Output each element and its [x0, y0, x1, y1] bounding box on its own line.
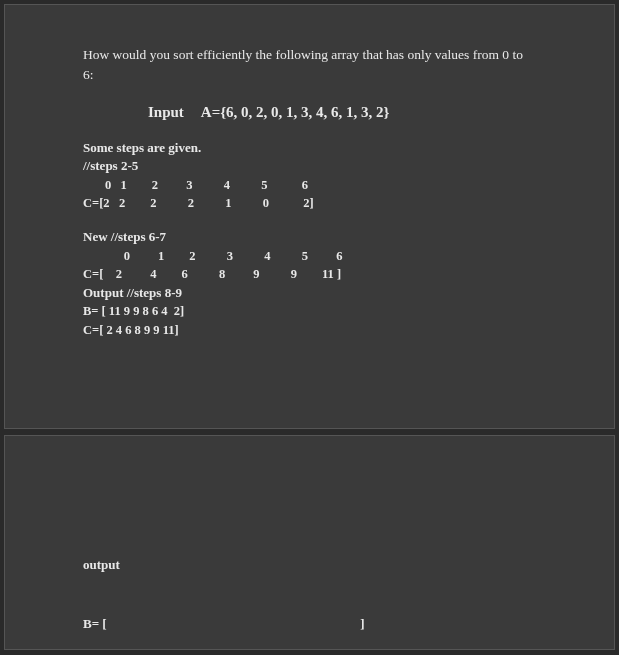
output-label-1: output [83, 555, 536, 575]
steps-6-7-label: New //steps 6-7 [83, 228, 536, 247]
problem-panel: How would you sort efficiently the follo… [4, 4, 615, 429]
c-row-1: C=[2 2 2 2 1 0 2] [83, 194, 536, 212]
b-empty-row: B= [ ] [83, 614, 536, 634]
answer-block: output B= [ ] C=[ | ] outp [83, 516, 536, 655]
c-row-2: C=[ 2 4 6 8 9 9 11 ] [83, 265, 536, 283]
index-row-2: 0 1 2 3 4 5 6 [83, 247, 536, 265]
index-row-1: 0 1 2 3 4 5 6 [83, 176, 536, 194]
b-row: B= [ 11 9 9 8 6 4 2] [83, 302, 536, 320]
input-line: Input A={6, 0, 2, 0, 1, 3, 4, 6, 1, 3, 2… [148, 104, 536, 121]
answer-panel: output B= [ ] C=[ | ] outp [4, 435, 615, 650]
intro-text: How would you sort efficiently the follo… [83, 45, 536, 86]
steps-block: Some steps are given. //steps 2-5 0 1 2 … [83, 139, 536, 339]
input-label: Input [148, 104, 184, 120]
steps-given-label: Some steps are given. [83, 139, 536, 158]
input-array: A={6, 0, 2, 0, 1, 3, 4, 6, 1, 3, 2} [201, 104, 390, 120]
c-row-3: C=[ 2 4 6 8 9 9 11] [83, 321, 536, 339]
output-8-9-label: Output //steps 8-9 [83, 284, 536, 303]
steps-2-5-label: //steps 2-5 [83, 157, 536, 176]
